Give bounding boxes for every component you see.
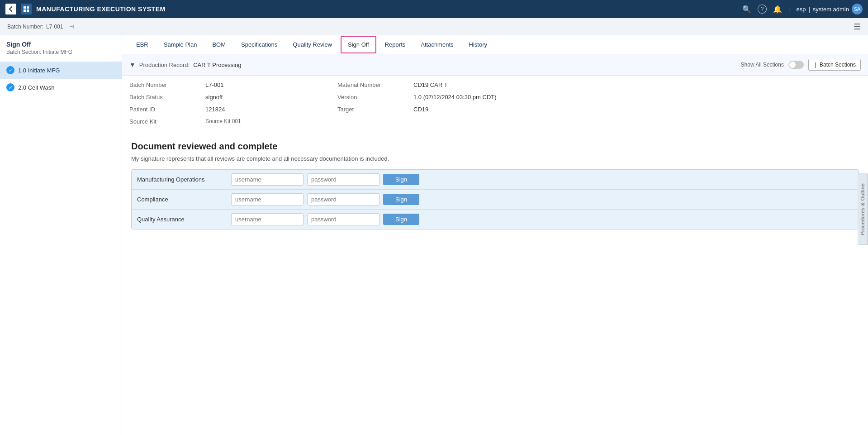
material-number-value: CD19 CAR T (410, 80, 861, 90)
signoff-role-quality-assurance: Quality Assurance (137, 216, 228, 223)
user-divider: | (808, 6, 810, 13)
sidebar-title: Sign Off (6, 41, 115, 48)
signoff-row-quality-assurance: Quality Assurance Sign (132, 210, 859, 229)
tab-bar: EBR Sample Plan BOM Specifications Quali… (122, 35, 868, 54)
menu-icon[interactable]: ☰ (854, 22, 861, 31)
target-value: CD19 (410, 105, 861, 114)
signoff-row-compliance: Compliance Sign (132, 190, 859, 210)
signoff-section: Document reviewed and complete My signat… (122, 130, 868, 240)
signoff-role-mfg-ops: Manufacturing Operations (137, 176, 228, 183)
check-icon-cell-wash: ✓ (6, 83, 14, 91)
production-header-right: Show All Sections ❘ Batch Sections (741, 59, 861, 71)
signoff-role-compliance: Compliance (137, 196, 228, 203)
sidebar-item-label-initiate-mfg: 1.0 Initiate MFG (18, 67, 60, 74)
batch-info-grid: Batch Number L7-001 Material Number CD19… (129, 80, 861, 130)
content-area: EBR Sample Plan BOM Specifications Quali… (122, 35, 868, 435)
target-label: Target (337, 105, 410, 114)
batch-status-value: signoff (202, 92, 337, 102)
search-icon[interactable]: 🔍 (742, 5, 751, 14)
collapse-icon[interactable]: ⊣ (69, 24, 74, 30)
sign-button-quality-assurance[interactable]: Sign (383, 214, 419, 225)
procedures-outline-tab[interactable]: Procedures & Outline (858, 174, 868, 245)
app-logo (21, 4, 32, 14)
batch-status-label: Batch Status (129, 92, 202, 102)
language-label: esp (796, 6, 806, 13)
version-label: Version (337, 92, 410, 102)
top-bar: MANUFACTURING EXECUTION SYSTEM 🔍 ? 🔔 | e… (0, 0, 868, 18)
avatar[interactable]: SA (852, 4, 863, 14)
sidebar-header: Sign Off Batch Section: Initiate MFG (0, 35, 122, 58)
production-header-left: ▼ Production Record: CAR T Processing (129, 61, 242, 68)
batch-label: Batch Number: (7, 24, 43, 30)
production-record-label: Production Record: (139, 62, 190, 68)
source-kit-value: Source Kit 001 (202, 117, 337, 126)
version-value: 1.0 (07/12/2024 03:30 pm CDT) (410, 92, 861, 102)
batch-number: L7-001 (46, 24, 63, 30)
signoff-title: Document reviewed and complete (131, 141, 859, 152)
empty-label-4 (337, 117, 410, 126)
user-info: esp | system admin SA (796, 4, 863, 14)
tab-history[interactable]: History (462, 36, 494, 53)
top-bar-left: MANUFACTURING EXECUTION SYSTEM (5, 4, 166, 14)
production-header: ▼ Production Record: CAR T Processing Sh… (122, 54, 868, 76)
tab-sign-off[interactable]: Sign Off (341, 36, 376, 53)
bell-icon[interactable]: 🔔 (773, 5, 782, 14)
sidebar-subtitle: Batch Section: Initiate MFG (6, 49, 115, 55)
tab-quality-review[interactable]: Quality Review (286, 36, 339, 53)
tab-specifications[interactable]: Specifications (234, 36, 284, 53)
sign-button-mfg-ops[interactable]: Sign (383, 174, 419, 185)
svg-rect-0 (24, 6, 26, 9)
toggle-knob (789, 62, 796, 68)
empty-value-4 (410, 117, 861, 126)
signoff-password-compliance[interactable] (307, 193, 379, 206)
svg-rect-2 (24, 10, 26, 12)
show-all-sections-label: Show All Sections (741, 62, 784, 68)
patient-id-value: 121824 (202, 105, 337, 114)
batch-number-value: L7-001 (202, 80, 337, 90)
sidebar-item-label-cell-wash: 2.0 Cell Wash (18, 84, 54, 91)
show-all-sections-toggle[interactable] (788, 61, 804, 69)
sign-button-compliance[interactable]: Sign (383, 194, 419, 205)
sidebar-item-initiate-mfg[interactable]: ✓ 1.0 Initiate MFG (0, 62, 122, 79)
sub-bar-right: ☰ (854, 22, 861, 32)
patient-id-label: Patient ID (129, 105, 202, 114)
signoff-password-quality-assurance[interactable] (307, 213, 379, 225)
signoff-password-mfg-ops[interactable] (307, 173, 379, 186)
sidebar-items: ✓ 1.0 Initiate MFG ✓ 2.0 Cell Wash (0, 62, 122, 96)
main-layout: Sign Off Batch Section: Initiate MFG ✓ 1… (0, 35, 868, 435)
batch-sections-label: Batch Sections (820, 62, 856, 68)
production-record-value: CAR T Processing (193, 62, 241, 68)
top-bar-right: 🔍 ? 🔔 | esp | system admin SA (742, 4, 863, 14)
user-name: system admin (813, 6, 849, 13)
batch-sections-icon: ❘ (813, 62, 818, 68)
tab-sample-plan[interactable]: Sample Plan (157, 36, 204, 53)
svg-rect-3 (27, 10, 29, 12)
sub-bar: Batch Number: L7-001 ⊣ ☰ (0, 18, 868, 35)
signoff-table: Manufacturing Operations Sign Compliance… (131, 169, 859, 229)
signoff-username-compliance[interactable] (231, 193, 304, 206)
material-number-label: Material Number (337, 80, 410, 90)
sidebar: Sign Off Batch Section: Initiate MFG ✓ 1… (0, 35, 122, 435)
help-icon[interactable]: ? (758, 5, 767, 14)
signoff-username-quality-assurance[interactable] (231, 213, 304, 225)
signoff-subtitle: My signature represents that all reviews… (131, 155, 859, 162)
collapse-arrow-icon[interactable]: ▼ (129, 61, 136, 68)
tab-reports[interactable]: Reports (378, 36, 413, 53)
app-title: MANUFACTURING EXECUTION SYSTEM (36, 5, 166, 13)
tab-bom[interactable]: BOM (205, 36, 232, 53)
tab-attachments[interactable]: Attachments (414, 36, 460, 53)
tab-ebr[interactable]: EBR (129, 36, 155, 53)
signoff-row-mfg-ops: Manufacturing Operations Sign (132, 170, 859, 190)
sub-bar-batch-info: Batch Number: L7-001 ⊣ (7, 24, 74, 30)
source-kit-label: Source Kit (129, 117, 202, 126)
batch-info: Batch Number L7-001 Material Number CD19… (122, 76, 868, 130)
sidebar-item-cell-wash[interactable]: ✓ 2.0 Cell Wash (0, 79, 122, 96)
check-icon-initiate-mfg: ✓ (6, 66, 14, 74)
signoff-username-mfg-ops[interactable] (231, 173, 304, 186)
back-button[interactable] (5, 4, 16, 14)
svg-rect-1 (27, 6, 29, 9)
batch-sections-button[interactable]: ❘ Batch Sections (808, 59, 861, 71)
batch-number-label: Batch Number (129, 80, 202, 90)
